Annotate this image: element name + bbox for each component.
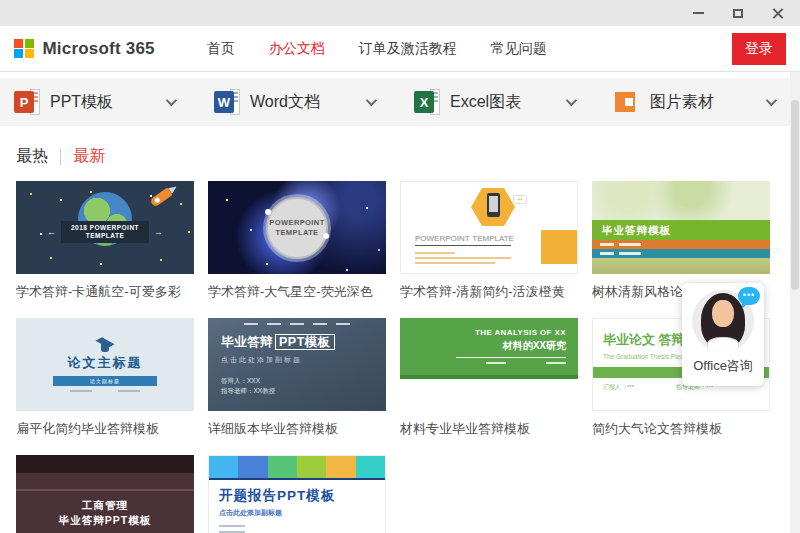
- template-thumbnail[interactable]: 工商管理毕业答辩PPT模板: [16, 455, 194, 533]
- main-nav: 首页 办公文档 订单及激活教程 常见问题: [207, 40, 547, 58]
- category-word[interactable]: W Word文档: [200, 78, 400, 126]
- template-card: ••• POWERPOINT TEMPLATE 学术答辩-清新简约-活泼橙黄: [400, 181, 578, 301]
- template-card: POWERPOINT TEMPLATE 学术答辩-大气星空-荧光深色: [208, 181, 386, 301]
- template-thumbnail[interactable]: ••• POWERPOINT TEMPLATE: [400, 181, 578, 274]
- template-caption[interactable]: 简约大气论文答辩模板: [592, 420, 770, 438]
- thumbnail-subtitle: 点击此处添加副标题: [219, 508, 385, 518]
- thumbnail-title: THE ANALYSIS OF XX: [400, 328, 566, 337]
- thumbnail-title: 论文主标题: [68, 354, 143, 372]
- nav-item-home[interactable]: 首页: [207, 40, 235, 58]
- template-thumbnail[interactable]: 毕业答辩PPT模板 点击此处添加副标题 答辩人：XXX 指导老师：XX教授: [208, 318, 386, 411]
- chevron-down-icon: [166, 95, 177, 106]
- chat-bubble-icon: •••: [738, 287, 760, 305]
- maximize-button[interactable]: [730, 5, 746, 21]
- template-caption[interactable]: 材料专业毕业答辩模板: [400, 420, 578, 438]
- template-caption[interactable]: 详细版本毕业答辩模板: [208, 420, 386, 438]
- phone-icon: [487, 193, 500, 217]
- microsoft-logo-icon: [14, 39, 34, 59]
- nav-item-office-docs[interactable]: 办公文档: [269, 40, 325, 58]
- thumbnail-title: 开题报告PPT模板: [219, 487, 385, 505]
- brand-name: Microsoft 365: [43, 39, 155, 59]
- chevron-down-icon: [766, 95, 777, 106]
- scrollbar-thumb[interactable]: [791, 100, 799, 290]
- template-card: ← 2018 POWERPOINTTEMPLATE → 学术答辩-卡通航空-可爱…: [16, 181, 194, 301]
- thumbnail-subtitle: 论文副标题: [53, 376, 157, 386]
- arrow-right-icon: →: [154, 227, 163, 237]
- chevron-down-icon: [366, 95, 377, 106]
- app-window: Microsoft 365 首页 办公文档 订单及激活教程 常见问题 登录 P …: [0, 0, 800, 533]
- thumbnail-title: 2018 POWERPOINTTEMPLATE: [61, 221, 149, 243]
- window-titlebar: [0, 0, 800, 26]
- filter-divider: [60, 149, 61, 165]
- minimize-button[interactable]: [690, 5, 706, 21]
- stars-decoration: [30, 193, 32, 195]
- maximize-icon: [733, 9, 743, 18]
- template-thumbnail[interactable]: 开题报告PPT模板 点击此处添加副标题: [208, 455, 386, 533]
- template-card: 开题报告PPT模板 点击此处添加副标题: [208, 455, 386, 533]
- filter-bar: 最热 最新: [0, 126, 800, 167]
- minimize-icon: [693, 12, 704, 14]
- nav-item-orders[interactable]: 订单及激活教程: [359, 40, 457, 58]
- category-excel[interactable]: X Excel图表: [400, 78, 600, 126]
- thumbnail-subtitle: 材料的XX研究: [400, 339, 566, 353]
- thumbnail-subtitle: 点击此处添加副标题: [221, 355, 386, 365]
- thumbnail-title: 工商管理毕业答辩PPT模板: [16, 489, 194, 533]
- color-strip-decoration: [209, 456, 385, 478]
- template-thumbnail[interactable]: ← 2018 POWERPOINTTEMPLATE →: [16, 181, 194, 274]
- thumbnail-title: 毕业答辩PPT模板: [221, 334, 386, 351]
- category-ppt[interactable]: P PPT模板: [0, 78, 200, 126]
- template-card: 论文主标题 论文副标题 扁平化简约毕业答辩模板: [16, 318, 194, 438]
- close-button[interactable]: [770, 5, 786, 21]
- orange-block-decoration: [541, 230, 577, 264]
- vertical-scrollbar[interactable]: [790, 72, 800, 533]
- template-thumbnail[interactable]: POWERPOINT TEMPLATE: [208, 181, 386, 274]
- category-bar: P PPT模板 W Word文档 X Excel图表 图片素材: [0, 78, 800, 126]
- template-card: THE ANALYSIS OF XX 材料的XX研究 材料专业毕业答辩模板: [400, 318, 578, 438]
- thumbnail-title: 毕业答辩模板: [592, 220, 770, 240]
- template-card: 工商管理毕业答辩PPT模板: [16, 455, 194, 533]
- excel-icon: X: [414, 89, 440, 115]
- category-images[interactable]: 图片素材: [600, 78, 800, 126]
- assistant-label: Office咨询: [682, 357, 764, 375]
- login-button[interactable]: 登录: [732, 33, 786, 65]
- filter-new[interactable]: 最新: [73, 146, 105, 167]
- template-caption[interactable]: 扁平化简约毕业答辩模板: [16, 420, 194, 438]
- brand: Microsoft 365: [14, 39, 155, 59]
- close-icon: [772, 7, 784, 19]
- office-assistant-widget[interactable]: ••• Office咨询: [682, 283, 764, 386]
- app-header: Microsoft 365 首页 办公文档 订单及激活教程 常见问题 登录: [0, 26, 800, 72]
- nav-item-faq[interactable]: 常见问题: [491, 40, 547, 58]
- speech-bubble-icon: •••: [513, 195, 527, 204]
- template-grid: ← 2018 POWERPOINTTEMPLATE → 学术答辩-卡通航空-可爱…: [0, 167, 800, 533]
- powerpoint-icon: P: [14, 89, 40, 115]
- chevron-down-icon: [566, 95, 577, 106]
- stars-decoration: [226, 199, 228, 201]
- thumbnail-details: 答辩人：XXX 指导老师：XX教授: [221, 376, 386, 396]
- graduation-cap-icon: [94, 338, 116, 352]
- rocket-icon: [149, 188, 172, 208]
- thumbnail-title: POWERPOINT TEMPLATE: [415, 232, 514, 243]
- template-thumbnail[interactable]: THE ANALYSIS OF XX 材料的XX研究: [400, 318, 578, 411]
- thumbnail-title: POWERPOINT TEMPLATE: [266, 197, 328, 259]
- word-icon: W: [214, 89, 240, 115]
- template-caption[interactable]: 学术答辩-大气星空-荧光深色: [208, 283, 386, 301]
- template-card: 毕业答辩PPT模板 点击此处添加副标题 答辩人：XXX 指导老师：XX教授 详细…: [208, 318, 386, 438]
- template-caption[interactable]: 学术答辩-清新简约-活泼橙黄: [400, 283, 578, 301]
- image-icon: [614, 89, 640, 115]
- template-thumbnail[interactable]: 毕业答辩模板: [592, 181, 770, 274]
- filter-hot[interactable]: 最热: [16, 146, 48, 167]
- template-thumbnail[interactable]: 论文主标题 论文副标题: [16, 318, 194, 411]
- arrow-left-icon: ←: [47, 227, 56, 237]
- template-caption[interactable]: 学术答辩-卡通航空-可爱多彩: [16, 283, 194, 301]
